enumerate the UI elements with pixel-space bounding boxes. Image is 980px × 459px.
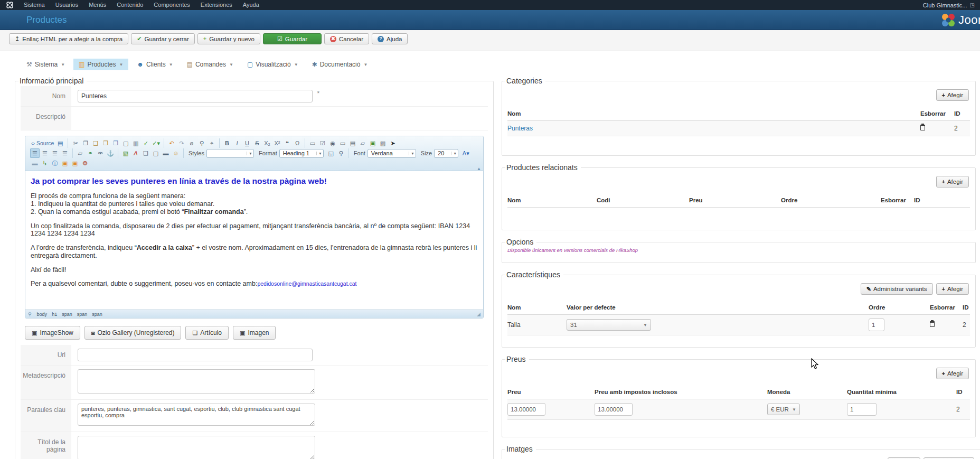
shop-menu-comandes[interactable]: ▤Comandes▼ bbox=[182, 59, 239, 70]
category-link[interactable]: Punteras bbox=[507, 125, 533, 132]
delete-icon[interactable] bbox=[920, 125, 925, 130]
print-icon[interactable]: ▥ bbox=[131, 138, 140, 148]
shop-menu-clients[interactable]: ☻Clients▼ bbox=[131, 59, 178, 70]
image-icon[interactable]: ▧ bbox=[121, 148, 130, 158]
maximize-icon[interactable]: ◱ bbox=[326, 148, 336, 158]
currency-select[interactable]: € EUR ▼ bbox=[767, 404, 800, 415]
undo-icon[interactable]: ↶ bbox=[167, 138, 176, 148]
email-link[interactable]: pedidosonline@gimnasticasantcugat.cat bbox=[257, 280, 356, 287]
blockquote-button[interactable]: ❝ bbox=[282, 138, 292, 148]
nom-input[interactable] bbox=[78, 90, 313, 102]
image-button-icon[interactable]: ▣ bbox=[368, 138, 378, 148]
imagen-button[interactable]: ▣Imagen bbox=[233, 326, 276, 340]
resize-grip-icon[interactable]: ◢ bbox=[477, 312, 480, 317]
embed-icon[interactable]: ▱ bbox=[76, 148, 85, 158]
admin-menu-item-ayuda[interactable]: Ayuda bbox=[238, 0, 265, 10]
justify-button[interactable]: ☰ bbox=[60, 148, 70, 158]
font-combo[interactable]: FontVerdana▼ bbox=[354, 149, 416, 158]
path-element[interactable]: span bbox=[92, 312, 102, 317]
delete-icon[interactable] bbox=[930, 321, 935, 327]
related-add-button[interactable]: + Afegir bbox=[936, 176, 969, 188]
smiley-icon[interactable]: ☺ bbox=[171, 148, 181, 158]
italic-button[interactable]: I bbox=[232, 138, 242, 148]
align-right-button[interactable]: ☰ bbox=[50, 148, 60, 158]
superscript-button[interactable]: X² bbox=[272, 138, 282, 148]
ozio-gallery-button[interactable]: ◙Ozio Gallery (Unregistered) bbox=[84, 326, 182, 340]
site-preview-link[interactable]: Club Gimnastic... ◳ bbox=[923, 2, 976, 8]
shop-menu-productes[interactable]: ▥Productes▼ bbox=[73, 59, 128, 70]
flash-icon[interactable]: A bbox=[131, 148, 140, 158]
info-plugin-icon[interactable]: ⓘ bbox=[50, 158, 60, 168]
form-icon[interactable]: ▭ bbox=[308, 138, 317, 148]
help-button[interactable]: ?Ajuda bbox=[372, 33, 408, 44]
cancel-button[interactable]: ✖Cancelar bbox=[324, 33, 369, 44]
editor-content[interactable]: Ja pot comprar les seves punteres en lín… bbox=[25, 171, 483, 310]
admin-menu-item-sistema[interactable]: Sistema bbox=[18, 0, 50, 10]
align-left-button[interactable]: ☰ bbox=[30, 148, 40, 158]
styles-combo[interactable]: Styles▼ bbox=[189, 149, 254, 158]
prices-add-button[interactable]: + Afegir bbox=[936, 368, 969, 379]
select-field-icon[interactable]: ▤ bbox=[348, 138, 357, 148]
keywords-field[interactable]: punteres, punteras, gimnastica, sant cug… bbox=[78, 404, 315, 426]
size-combo[interactable]: Size20▼ bbox=[421, 149, 458, 158]
preview-icon[interactable]: ⚲ bbox=[336, 148, 346, 158]
readmore-plugin-icon[interactable]: ↳ bbox=[40, 158, 50, 168]
replace-icon[interactable]: ⌖ bbox=[207, 138, 216, 148]
unlink-icon[interactable]: ⚮ bbox=[96, 148, 105, 158]
iframe-icon[interactable]: ❏ bbox=[141, 148, 150, 158]
price-with-tax-input[interactable] bbox=[595, 403, 633, 416]
select-all-icon[interactable]: ▢ bbox=[121, 138, 130, 148]
save-new-button[interactable]: +Guardar y nuevo bbox=[197, 33, 260, 44]
spellcheck-icon[interactable]: ✓ bbox=[141, 138, 150, 148]
allvideos-plugin-icon[interactable]: ❂ bbox=[80, 158, 90, 168]
format-combo[interactable]: FormatHeading 1▼ bbox=[259, 149, 324, 158]
admin-menu-item-usuarios[interactable]: Usuarios bbox=[50, 0, 83, 10]
articulo-button[interactable]: ❏Artículo bbox=[185, 326, 229, 340]
shop-menu-documentacio[interactable]: ✱Documentació▼ bbox=[307, 59, 373, 70]
min-quantity-input[interactable] bbox=[847, 403, 877, 416]
checkbox-icon[interactable]: ☑ bbox=[318, 138, 327, 148]
special-char-button[interactable]: Ω bbox=[293, 138, 302, 148]
admin-menu-item-mens[interactable]: Menús bbox=[83, 0, 111, 10]
subscript-button[interactable]: X₂ bbox=[262, 138, 272, 148]
characteristic-order-input[interactable] bbox=[869, 319, 884, 331]
remove-format-icon[interactable]: ⌀ bbox=[187, 138, 196, 148]
metadescription-field[interactable] bbox=[78, 369, 315, 394]
path-element[interactable]: body bbox=[37, 312, 48, 317]
paste-icon[interactable]: ❑ bbox=[91, 138, 100, 148]
align-center-button[interactable]: ☰ bbox=[40, 148, 50, 158]
copy-icon[interactable]: ❐ bbox=[81, 138, 90, 148]
shop-menu-visualitzacio[interactable]: ▢Visualització▼ bbox=[242, 59, 304, 70]
admin-menu-item-extensiones[interactable]: Extensiones bbox=[195, 0, 238, 10]
redo-icon[interactable]: ↷ bbox=[177, 138, 186, 148]
path-element[interactable]: h1 bbox=[52, 312, 57, 317]
hr-icon[interactable]: ▬ bbox=[161, 148, 171, 158]
text-color-icon[interactable]: A▾ bbox=[461, 148, 470, 158]
cut-icon[interactable]: ✂ bbox=[71, 138, 80, 148]
categories-add-button[interactable]: + Afegir bbox=[936, 89, 969, 101]
strike-button[interactable]: S bbox=[252, 138, 262, 148]
anchor-icon[interactable]: ⚓ bbox=[106, 148, 115, 158]
save-button[interactable]: ☑Guardar bbox=[263, 33, 322, 44]
scayt-icon[interactable]: ✓▾ bbox=[151, 138, 161, 148]
underline-button[interactable]: U bbox=[242, 138, 252, 148]
button-field-icon[interactable]: ▱ bbox=[358, 138, 368, 148]
textfield-icon[interactable]: ▭ bbox=[338, 138, 347, 148]
manage-variants-button[interactable]: ✎ Administrar variants bbox=[861, 283, 933, 295]
element-path[interactable]: bodyh1spanspanspan bbox=[37, 312, 107, 317]
bold-button[interactable]: B bbox=[222, 138, 232, 148]
html-link-button[interactable]: ↥Enllaç HTML per a afegir a la compra bbox=[9, 33, 128, 44]
save-icon[interactable]: ▤ bbox=[55, 138, 65, 148]
admin-menu-item-contenido[interactable]: Contenido bbox=[111, 0, 148, 10]
paste-word-icon[interactable]: ❒ bbox=[111, 138, 120, 148]
admin-menu-item-componentes[interactable]: Componentes bbox=[148, 0, 195, 10]
path-element[interactable]: span bbox=[77, 312, 88, 317]
module-plugin-icon[interactable]: ▣ bbox=[60, 158, 70, 168]
find-icon[interactable]: ⚲ bbox=[197, 138, 206, 148]
link-icon[interactable]: ⚭ bbox=[86, 148, 95, 158]
paste-text-icon[interactable]: ❒ bbox=[101, 138, 110, 148]
radio-icon[interactable]: ◉ bbox=[328, 138, 337, 148]
path-element[interactable]: span bbox=[62, 312, 72, 317]
pointer-icon[interactable]: ➤ bbox=[388, 138, 398, 148]
shop-menu-sistema[interactable]: ⚒Sistema▼ bbox=[21, 59, 70, 70]
